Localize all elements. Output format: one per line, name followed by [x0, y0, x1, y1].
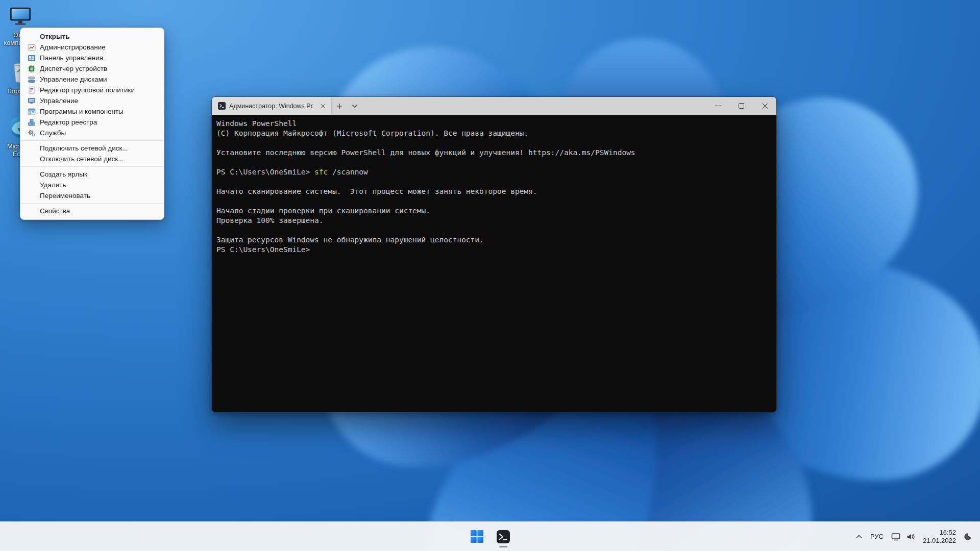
terminal-line: Windows PowerShell [216, 119, 771, 129]
menu-item-device-manager[interactable]: Диспетчер устройств [20, 63, 164, 74]
taskbar: РУС 16:52 21.01.2022 [0, 521, 980, 551]
focus-assist-moon-icon [963, 532, 972, 541]
system-tray: РУС 16:52 21.01.2022 [851, 522, 976, 551]
titlebar-drag-region[interactable] [362, 97, 706, 115]
taskbar-terminal-button[interactable] [492, 525, 515, 548]
icon-spacer [27, 144, 36, 153]
chevron-down-icon [352, 104, 358, 108]
window-controls [706, 97, 776, 115]
menu-item-create-shortcut[interactable]: Создать ярлык [20, 169, 164, 180]
volume-icon [905, 532, 916, 542]
context-menu: Открыть Администрирование Панель управле… [20, 28, 164, 220]
start-button[interactable] [465, 525, 488, 548]
powershell-icon [218, 102, 226, 110]
admin-tools-icon [27, 43, 36, 52]
terminal-prompt-line: PS C:\Users\OneSmiLe> [216, 245, 771, 255]
clock[interactable]: 16:52 21.01.2022 [919, 527, 960, 547]
menu-item-properties[interactable]: Свойства [20, 206, 164, 216]
close-button[interactable] [753, 97, 776, 115]
device-manager-icon [27, 64, 36, 73]
terminal-line: Начато сканирование системы. Этот процес… [216, 187, 771, 196]
terminal-tab[interactable]: Администратор: Windows Pow [212, 97, 332, 115]
control-panel-icon [27, 54, 36, 62]
terminal-line: (C) Корпорация Майкрософт (Microsoft Cor… [216, 129, 771, 138]
menu-item-management[interactable]: Управление [20, 95, 164, 106]
tray-time: 16:52 [939, 529, 956, 537]
command-text: sfc [314, 168, 328, 176]
minimize-button[interactable] [706, 97, 729, 115]
tray-date: 21.01.2022 [923, 537, 956, 545]
this-pc-icon [9, 4, 32, 28]
disk-management-icon [27, 75, 36, 84]
terminal-output[interactable]: Windows PowerShell (C) Корпорация Майкро… [212, 115, 776, 412]
terminal-line [216, 177, 771, 187]
tab-title: Администратор: Windows Pow [229, 103, 313, 110]
terminal-titlebar[interactable]: Администратор: Windows Pow [212, 97, 776, 115]
menu-item-group-policy-editor[interactable]: Редактор групповой политики [20, 85, 164, 95]
terminal-line: Проверка 100% завершена. [216, 216, 771, 226]
terminal-line: Установите последнюю версию PowerShell д… [216, 148, 771, 158]
windows-logo-icon [471, 530, 483, 543]
minimize-icon [715, 103, 721, 109]
computer-management-icon [27, 96, 36, 105]
close-icon [321, 104, 325, 108]
terminal-line [216, 138, 771, 148]
menu-item-disconnect-network-drive[interactable]: Отключить сетевой диск... [20, 154, 164, 164]
menu-item-registry-editor[interactable]: Редактор реестра [20, 117, 164, 128]
menu-item-delete[interactable]: Удалить [20, 180, 164, 190]
tab-close-button[interactable] [316, 100, 329, 112]
icon-spacer [27, 191, 36, 200]
network-volume-group[interactable] [887, 527, 919, 547]
menu-item-map-network-drive[interactable]: Подключить сетевой диск... [20, 143, 164, 154]
terminal-line [216, 158, 771, 167]
new-tab-button[interactable] [332, 97, 347, 115]
menu-item-administration[interactable]: Администрирование [20, 42, 164, 53]
desktop[interactable]: Этот компьютер Корзина Microsoft Edge От… [0, 0, 980, 551]
menu-separator [21, 140, 163, 141]
tab-dropdown-button[interactable] [347, 97, 362, 115]
icon-spacer [27, 170, 36, 179]
close-icon [762, 103, 768, 109]
icon-spacer [27, 32, 36, 41]
maximize-button[interactable] [729, 97, 753, 115]
icon-spacer [27, 207, 36, 215]
terminal-line: Защита ресурсов Windows не обнаружила на… [216, 235, 771, 245]
menu-item-control-panel[interactable]: Панель управления [20, 53, 164, 63]
menu-item-rename[interactable]: Переименовать [20, 190, 164, 201]
menu-separator [21, 166, 163, 167]
plus-icon [336, 103, 342, 109]
menu-item-open[interactable]: Открыть [20, 31, 164, 42]
running-app-indicator [499, 546, 507, 547]
maximize-icon [739, 103, 744, 109]
notification-center-button[interactable] [960, 527, 976, 547]
network-icon [891, 532, 901, 542]
command-args: /scannow [328, 168, 368, 176]
menu-item-programs-and-features[interactable]: Программы и компоненты [20, 106, 164, 117]
programs-features-icon [27, 107, 36, 116]
terminal-line: Начало стадии проверки при сканировании … [216, 206, 771, 216]
group-policy-icon [27, 86, 36, 94]
menu-separator [21, 203, 163, 204]
prompt-text: PS C:\Users\OneSmiLe> [216, 168, 314, 176]
menu-item-services[interactable]: Службы [20, 128, 164, 138]
terminal-line [216, 196, 771, 206]
terminal-command-line: PS C:\Users\OneSmiLe> sfc /scannow [216, 167, 771, 177]
registry-editor-icon [27, 118, 36, 127]
chevron-up-icon [855, 533, 863, 541]
menu-item-disk-management[interactable]: Управление дисками [20, 74, 164, 85]
services-icon [27, 129, 36, 137]
terminal-window: Администратор: Windows Pow [211, 96, 777, 413]
terminal-icon [497, 530, 510, 543]
tray-expand-button[interactable] [851, 527, 867, 547]
icon-spacer [27, 155, 36, 163]
language-indicator[interactable]: РУС [867, 527, 887, 547]
icon-spacer [27, 181, 36, 189]
terminal-line [216, 226, 771, 235]
taskbar-center-icons [465, 522, 515, 551]
